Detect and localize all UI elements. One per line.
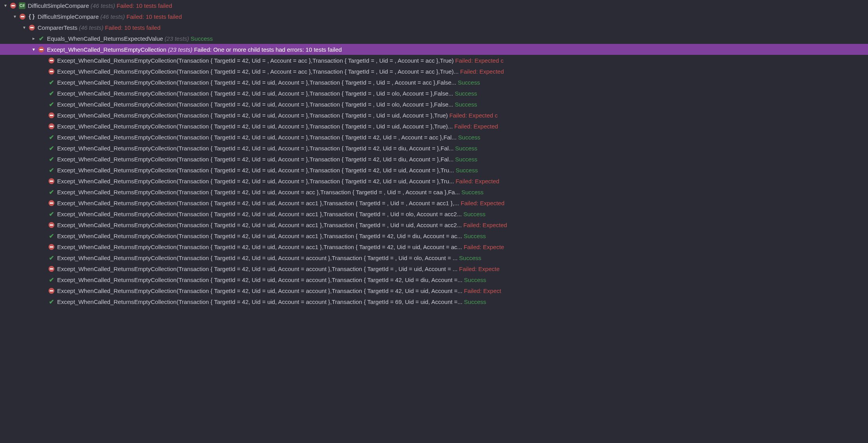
fail-icon: [9, 2, 16, 9]
test-case-row[interactable]: ✔Except_WhenCalled_ReturnsEmptyCollectio…: [0, 88, 868, 99]
fail-icon: [48, 177, 55, 184]
node-label: DifficultSimpleCompare: [38, 13, 99, 20]
node-label: Equals_WhenCalled_ReturnsExpectedValue: [47, 35, 163, 42]
test-case-label: Except_WhenCalled_ReturnsEmptyCollection…: [57, 298, 463, 305]
fail-icon: [48, 287, 55, 294]
test-case-row[interactable]: Except_WhenCalled_ReturnsEmptyCollection…: [0, 55, 868, 66]
status-text: Failed: Expected c: [455, 57, 503, 64]
chevron-down-icon[interactable]: ▾: [12, 14, 18, 19]
fail-icon: [48, 265, 55, 272]
pass-icon: ✔: [48, 79, 55, 86]
test-case-label: Except_WhenCalled_ReturnsEmptyCollection…: [57, 134, 457, 141]
status-text: Success: [464, 233, 486, 239]
test-case-label: Except_WhenCalled_ReturnsEmptyCollection…: [57, 123, 453, 130]
chevron-down-icon[interactable]: ▾: [2, 3, 9, 8]
test-case-label: Except_WhenCalled_ReturnsEmptyCollection…: [57, 244, 462, 250]
test-case-label: Except_WhenCalled_ReturnsEmptyCollection…: [57, 189, 460, 195]
status-text: Success: [458, 134, 481, 141]
test-case-row[interactable]: ✔Except_WhenCalled_ReturnsEmptyCollectio…: [0, 154, 868, 165]
chevron-down-icon[interactable]: ▾: [31, 47, 37, 52]
fail-icon: [28, 24, 35, 31]
pass-icon: ✔: [48, 188, 55, 195]
test-case-row[interactable]: ✔Except_WhenCalled_ReturnsEmptyCollectio…: [0, 99, 868, 110]
test-case-label: Except_WhenCalled_ReturnsEmptyCollection…: [57, 233, 462, 239]
test-case-row[interactable]: ✔Except_WhenCalled_ReturnsEmptyCollectio…: [0, 296, 868, 307]
pass-icon: ✔: [48, 254, 55, 261]
test-case-row[interactable]: Except_WhenCalled_ReturnsEmptyCollection…: [0, 110, 868, 121]
status-text: Success: [455, 101, 477, 108]
status-text: Success: [455, 145, 477, 152]
status-text: Success: [456, 167, 478, 174]
status-text: Success: [458, 79, 480, 86]
status-text: Failed: Expected: [463, 222, 507, 228]
status-text: Failed: 10 tests failed: [126, 13, 182, 20]
test-case-label: Except_WhenCalled_ReturnsEmptyCollection…: [57, 145, 454, 152]
test-count: (23 tests): [165, 35, 189, 42]
test-case-label: Except_WhenCalled_ReturnsEmptyCollection…: [57, 200, 459, 206]
test-node-class[interactable]: ▾ ComparerTests (46 tests) Failed: 10 te…: [0, 22, 868, 33]
test-case-label: Except_WhenCalled_ReturnsEmptyCollection…: [57, 211, 462, 217]
test-case-row[interactable]: Except_WhenCalled_ReturnsEmptyCollection…: [0, 263, 868, 274]
test-case-row[interactable]: ✔Except_WhenCalled_ReturnsEmptyCollectio…: [0, 186, 868, 197]
test-case-row[interactable]: Except_WhenCalled_ReturnsEmptyCollection…: [0, 197, 868, 208]
test-case-row[interactable]: ✔Except_WhenCalled_ReturnsEmptyCollectio…: [0, 230, 868, 241]
test-case-label: Except_WhenCalled_ReturnsEmptyCollection…: [57, 79, 456, 86]
pass-icon: ✔: [48, 101, 55, 108]
status-text: Failed: Expect: [464, 287, 501, 294]
status-text: Success: [455, 156, 477, 163]
test-case-label: Except_WhenCalled_ReturnsEmptyCollection…: [57, 90, 453, 97]
test-node-namespace[interactable]: ▾ { } DifficultSimpleCompare (46 tests) …: [0, 11, 868, 22]
pass-icon: ✔: [48, 210, 55, 217]
status-text: Failed: Expected c: [449, 112, 497, 119]
node-label: DifficultSimpleCompare: [28, 2, 89, 9]
test-case-label: Except_WhenCalled_ReturnsEmptyCollection…: [57, 57, 454, 64]
pass-icon: ✔: [48, 145, 55, 152]
status-text: Success: [459, 255, 481, 261]
fail-icon: [38, 46, 45, 53]
status-text: Failed: One or more child tests had erro…: [194, 46, 342, 53]
status-text: Success: [464, 277, 486, 283]
test-case-row[interactable]: Except_WhenCalled_ReturnsEmptyCollection…: [0, 66, 868, 77]
test-case-row[interactable]: ✔Except_WhenCalled_ReturnsEmptyCollectio…: [0, 208, 868, 219]
test-case-row[interactable]: ✔Except_WhenCalled_ReturnsEmptyCollectio…: [0, 252, 868, 263]
test-case-row[interactable]: Except_WhenCalled_ReturnsEmptyCollection…: [0, 175, 868, 186]
status-text: Failed: Expected: [454, 123, 498, 130]
fail-icon: [48, 68, 55, 75]
status-text: Failed: Expected: [460, 68, 504, 75]
fail-icon: [48, 123, 55, 130]
pass-icon: ✔: [48, 276, 55, 283]
status-text: Success: [461, 189, 484, 195]
test-case-label: Except_WhenCalled_ReturnsEmptyCollection…: [57, 222, 462, 228]
test-case-label: Except_WhenCalled_ReturnsEmptyCollection…: [57, 178, 454, 184]
test-node-method-group-selected[interactable]: ▾ Except_WhenCalled_ReturnsEmptyCollecti…: [0, 44, 868, 55]
status-text: Failed: Expected: [456, 178, 499, 184]
test-case-row[interactable]: ✔Except_WhenCalled_ReturnsEmptyCollectio…: [0, 165, 868, 175]
node-label: ComparerTests: [38, 24, 77, 31]
chevron-right-icon[interactable]: ▸: [31, 36, 37, 41]
test-case-label: Except_WhenCalled_ReturnsEmptyCollection…: [57, 287, 463, 294]
pass-icon: ✔: [48, 156, 55, 163]
test-case-row[interactable]: Except_WhenCalled_ReturnsEmptyCollection…: [0, 241, 868, 252]
test-case-row[interactable]: ✔Except_WhenCalled_ReturnsEmptyCollectio…: [0, 132, 868, 143]
test-case-row[interactable]: ✔Except_WhenCalled_ReturnsEmptyCollectio…: [0, 274, 868, 285]
test-node-project[interactable]: ▾ C# DifficultSimpleCompare (46 tests) F…: [0, 0, 868, 11]
test-case-row[interactable]: ✔Except_WhenCalled_ReturnsEmptyCollectio…: [0, 143, 868, 154]
fail-icon: [48, 243, 55, 250]
fail-icon: [19, 13, 26, 20]
test-case-row[interactable]: Except_WhenCalled_ReturnsEmptyCollection…: [0, 285, 868, 296]
pass-icon: ✔: [38, 35, 45, 42]
namespace-icon: { }: [28, 13, 35, 20]
status-text: Failed: Expecte: [459, 266, 499, 272]
status-text: Success: [455, 90, 477, 97]
test-case-row[interactable]: Except_WhenCalled_ReturnsEmptyCollection…: [0, 219, 868, 230]
pass-icon: ✔: [48, 298, 55, 305]
status-text: Failed: Expecte: [464, 244, 504, 250]
test-case-row[interactable]: ✔Except_WhenCalled_ReturnsEmptyCollectio…: [0, 77, 868, 88]
test-case-label: Except_WhenCalled_ReturnsEmptyCollection…: [57, 68, 459, 75]
test-case-row[interactable]: Except_WhenCalled_ReturnsEmptyCollection…: [0, 121, 868, 132]
test-node-method-group[interactable]: ▸ ✔ Equals_WhenCalled_ReturnsExpectedVal…: [0, 33, 868, 44]
test-case-label: Except_WhenCalled_ReturnsEmptyCollection…: [57, 277, 463, 283]
chevron-down-icon[interactable]: ▾: [21, 25, 27, 30]
status-text: Success: [191, 35, 213, 42]
test-count: (23 tests): [168, 46, 193, 53]
